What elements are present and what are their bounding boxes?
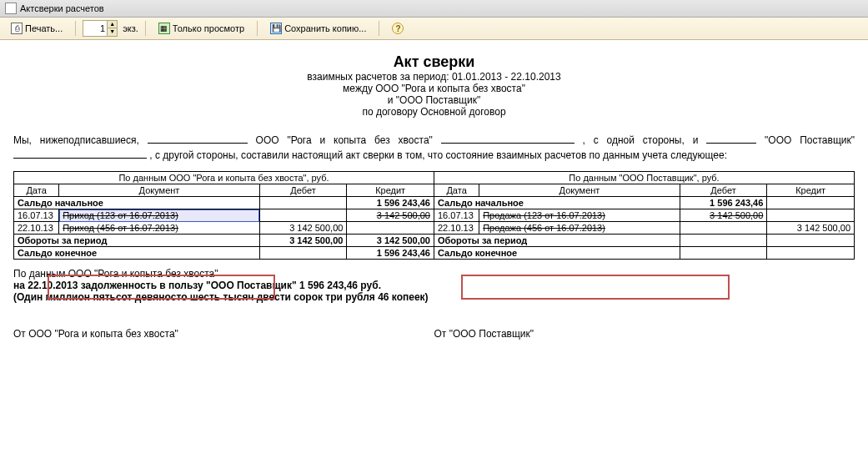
signature-row: От ООО "Рога и копыта без хвоста" От "ОО… [13, 328, 855, 340]
col-debit: Дебет [680, 184, 767, 197]
spinner-up-button[interactable]: ▲ [107, 21, 117, 28]
blank-line [148, 134, 248, 144]
cell: 3 142 500,00 [680, 209, 767, 222]
toolbar-separator [145, 21, 146, 36]
print-button[interactable]: ⎙ Печать... [5, 20, 68, 37]
window-title: Актсверки расчетов [20, 3, 104, 13]
col-date: Дата [14, 184, 59, 197]
cell: 22.10.13 [14, 222, 59, 235]
preamble-seg-1: Мы, нижеподписавшиеся, [13, 134, 148, 146]
cell [347, 222, 434, 235]
closing-balance-label: Сальдо конечное [14, 247, 260, 260]
cell [767, 197, 855, 209]
preview-icon: ▦ [158, 23, 170, 34]
turnover-label: Обороты за период [434, 235, 680, 247]
preamble-seg-5: , с другой стороны, составили настоящий … [149, 149, 727, 161]
cell [259, 197, 347, 209]
preamble-seg-3: , с одной стороны, и [583, 134, 707, 146]
col-date: Дата [434, 184, 479, 197]
cell: 3 142 500,00 [347, 235, 434, 247]
signature-right: От "ООО Поставщик" [434, 328, 855, 340]
cell: 3 142 500,00 [767, 222, 855, 235]
col-doc: Документ [59, 184, 260, 197]
table-row[interactable]: Сальдо начальное 1 596 243,46 Сальдо нач… [14, 197, 855, 209]
doc-subtitle-2: между ООО "Рога и копыта без хвоста" [13, 83, 855, 94]
cell: 16.07.13 [14, 209, 59, 222]
help-icon: ? [392, 23, 404, 34]
right-side-header: По данным "ООО Поставщик", руб. [434, 172, 854, 184]
cell: 1 596 243,46 [347, 247, 434, 260]
toolbar-separator [75, 21, 76, 36]
cell: 1 596 243,46 [680, 197, 767, 209]
blank-line [441, 134, 574, 144]
reconciliation-table[interactable]: По данным ООО "Рога и копыта без хвоста"… [13, 171, 855, 260]
cell: 1 596 243,46 [347, 197, 434, 209]
save-copy-button[interactable]: 💾 Сохранить копию... [264, 20, 372, 37]
copies-input[interactable] [83, 23, 107, 33]
copies-unit-label: экз. [123, 23, 138, 33]
preamble-seg-4: "ООО Поставщик" [765, 134, 855, 146]
preview-toggle-button[interactable]: ▦ Только просмотр [153, 20, 250, 37]
preamble-text: Мы, нижеподписавшиеся, ООО "Рога и копыт… [13, 133, 855, 163]
cell [767, 247, 855, 260]
cell: Продажа (123 от 16.07.2013) [479, 209, 680, 222]
footer-line-3: (Один миллион пятьсот девяносто шесть ты… [13, 291, 855, 303]
cell [767, 235, 855, 247]
spinner-down-button[interactable]: ▼ [107, 28, 117, 36]
cell [259, 209, 347, 222]
window-title-bar: Актсверки расчетов [0, 0, 868, 18]
footer-line-1: По данным ООО "Рога и копыта без хвоста" [13, 268, 855, 280]
cell [680, 235, 767, 247]
footer-line-2: на 22.10.2013 задолженность в пользу "ОО… [13, 280, 855, 291]
table-row[interactable]: 22.10.13 Приход (456 от 16.07.2013) 3 14… [14, 222, 855, 235]
doc-title: Акт сверки [13, 53, 855, 71]
selected-cell[interactable]: Приход (123 от 16.07.2013) [59, 209, 260, 222]
cell [767, 209, 855, 222]
printer-icon: ⎙ [11, 23, 23, 34]
table-row[interactable]: Сальдо конечное 1 596 243,46 Сальдо коне… [14, 247, 855, 260]
blank-line [706, 134, 756, 144]
cell: 3 142 500,00 [259, 222, 347, 235]
signature-left: От ООО "Рога и копыта без хвоста" [13, 328, 434, 340]
cell [680, 222, 767, 235]
help-button[interactable]: ? [386, 20, 409, 37]
floppy-icon: 💾 [270, 23, 282, 34]
document-content: Акт сверки взаимных расчетов за период: … [0, 40, 868, 348]
table-row: Дата Документ Дебет Кредит Дата Документ… [14, 184, 855, 197]
left-side-header: По данным ООО "Рога и копыта без хвоста"… [14, 172, 434, 184]
preamble-seg-2: ООО "Рога и копыта без хвоста" [256, 134, 441, 146]
col-credit: Кредит [347, 184, 434, 197]
toolbar: ⎙ Печать... ▲ ▼ экз. ▦ Только просмотр 💾… [0, 18, 868, 40]
opening-balance-label: Сальдо начальное [14, 197, 260, 209]
table-row[interactable]: Обороты за период 3 142 500,00 3 142 500… [14, 235, 855, 247]
print-label: Печать... [25, 23, 63, 33]
cell: 22.10.13 [434, 222, 479, 235]
table-row: По данным ООО "Рога и копыта без хвоста"… [14, 172, 855, 184]
cell: 16.07.13 [434, 209, 479, 222]
closing-balance-label: Сальдо конечное [434, 247, 680, 260]
table-row[interactable]: 16.07.13 Приход (123 от 16.07.2013) 3 14… [14, 209, 855, 222]
doc-subtitle-4: по договору Основной договор [13, 106, 855, 118]
toolbar-separator [257, 21, 258, 36]
cell: Продажа (456 от 16.07.2013) [479, 222, 680, 235]
cell [259, 247, 347, 260]
col-credit: Кредит [767, 184, 855, 197]
blank-line [13, 149, 147, 159]
col-debit: Дебет [259, 184, 347, 197]
doc-subtitle-1: взаимных расчетов за период: 01.01.2013 … [13, 71, 855, 83]
copies-spinner[interactable]: ▲ ▼ [83, 20, 118, 37]
doc-subtitle-3: и "ООО Поставщик" [13, 94, 855, 106]
turnover-label: Обороты за период [14, 235, 260, 247]
toolbar-separator [379, 21, 379, 36]
opening-balance-label: Сальдо начальное [434, 197, 680, 209]
footer-block: По данным ООО "Рога и копыта без хвоста"… [13, 268, 855, 303]
save-label: Сохранить копию... [284, 23, 366, 33]
cell: Приход (456 от 16.07.2013) [59, 222, 260, 235]
preview-label: Только просмотр [173, 23, 244, 33]
col-doc: Документ [479, 184, 680, 197]
cell: 3 142 500,00 [259, 235, 347, 247]
document-icon [5, 3, 17, 14]
cell: 3 142 500,00 [347, 209, 434, 222]
cell [680, 247, 767, 260]
